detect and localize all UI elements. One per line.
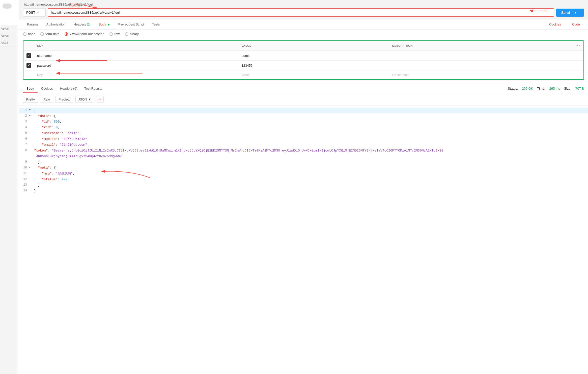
value-password[interactable]: 123456 [239,61,389,70]
body-dot [108,24,109,26]
value-placeholder[interactable]: Value [239,70,389,80]
desc-placeholder[interactable]: Description [389,70,573,80]
col-more-header: ··· [573,41,583,51]
send-dropdown-icon[interactable]: ▼ [572,11,577,14]
format-label: JSON [78,97,87,101]
method-label: POST [26,11,35,14]
actions-username [573,51,583,61]
status-value: 200 OK [522,87,533,90]
resp-tab-cookies[interactable]: Cookies [38,84,57,93]
json-line-9: 9 }, [19,159,588,165]
json-line-13: 13 } [19,182,588,188]
json-line-14: 14 } [19,188,588,194]
request-row: api POST ▼ Send ▼ [23,8,584,19]
more-dots-icon[interactable]: ··· [576,43,580,48]
json-line-10: 10 ▼ "meta": { [19,165,588,171]
json-line-11: 11 "msg": "登录成功", [19,171,588,177]
method-dropdown-icon: ▼ [37,11,39,14]
url-display: http://timemeetyou.com:8889/api/private/… [23,3,584,6]
col-checkbox-header [23,41,34,51]
view-btn-preview[interactable]: Preview [55,96,73,103]
radio-urlencoded-circle [65,32,68,36]
status-row: Status: 200 OK Time: 265 ms Size: 707 B [508,87,588,90]
resp-tab-test-results[interactable]: Test Results [81,84,106,93]
desc-username[interactable] [389,51,573,61]
tab-body[interactable]: Body [95,19,114,29]
json-line-6: 6 "mobile": "13552061213", [19,136,588,142]
json-viewer: 1 ▼ { 2 ▼ "data": { 3 "id": 500, 4 "r [19,106,588,196]
url-input[interactable] [48,8,554,17]
desc-password[interactable] [389,61,573,70]
actions-password [573,61,583,70]
table-row-placeholder: Key Value Description [23,70,583,80]
size-value: 707 B [575,87,584,90]
checkbox-username[interactable] [23,51,34,61]
tab-prerequest[interactable]: Pre-request Script [114,19,148,29]
view-btn-raw[interactable]: Raw [40,96,53,103]
value-username[interactable]: admin [239,51,389,61]
json-line-5: 5 "username": "admin", [19,131,588,136]
status-label: Status: [508,87,518,90]
wrap-button[interactable]: ⇒ [96,96,104,103]
send-button-label: Send [561,11,570,15]
format-dropdown-icon: ▼ [88,97,91,101]
response-controls: Pretty Raw Preview JSON ▼ ⇒ [19,93,588,106]
tab-tests[interactable]: Tests [148,19,164,29]
tab-code[interactable]: Code [568,19,584,29]
col-value-header: VALUE [239,41,389,51]
svg-line-0 [83,5,97,8]
left-nav-item-1[interactable]: /api/pri [0,25,18,32]
tab-authorization[interactable]: Authorization [42,19,70,29]
checkbox-password-icon [26,63,31,68]
json-line-12: 12 "status": 200 [19,177,588,183]
checkbox-placeholder [23,70,34,80]
headers-badge: (1) [87,23,91,26]
tab-cookies[interactable]: Cookies [545,19,565,29]
radio-form-data-circle [40,32,44,36]
table-row-password: password 123456 [23,61,583,70]
method-select[interactable]: POST ▼ [23,8,46,17]
left-nav-item-3[interactable]: /e/v1/l [0,39,18,46]
json-line-7: 7 "email": "21421@qq.com", [19,142,588,148]
json-line-2: 2 ▼ "data": { [19,113,588,119]
checkbox-username-icon [26,53,31,58]
col-desc-header: DESCRIPTION [389,41,573,51]
annotation-gongong: 公共接口 [68,3,82,7]
key-placeholder[interactable]: Key [34,70,239,80]
size-label: Size: [564,87,571,90]
json-line-3: 3 "id": 500, [19,119,588,125]
annotation-gongong-arrow [83,1,99,9]
json-line-8b: .JbRSnnIJxjbyqmojDmAAeBgVY54DQ4ZfDZhZ59d… [19,154,588,159]
key-username[interactable]: username [34,51,239,61]
json-line-8: 8 "token": "Bearer eyJhbGciOiJIUzI1NiIsI… [19,148,588,154]
json-line-4: 4 "rid": 0, [19,125,588,131]
key-password[interactable]: password [34,61,239,70]
radio-raw[interactable]: raw [109,32,120,36]
tab-headers[interactable]: Headers (1) [70,19,95,29]
left-nav: /api/pri /api/pri /e/v1/l [0,25,18,374]
col-key-header: KEY [34,41,239,51]
form-table-container: KEY VALUE DESCRIPTION ··· [23,40,584,80]
toggle-switch[interactable] [3,4,12,9]
url-bar-section: http://timemeetyou.com:8889/api/private/… [19,0,588,19]
format-select[interactable]: JSON ▼ [75,96,94,103]
send-button[interactable]: Send ▼ [556,9,584,17]
radio-form-data[interactable]: form-data [40,32,60,36]
tab-right-section: Cookies Code [545,19,584,29]
request-tabs: Params Authorization Headers (1) Body Pr… [19,19,588,30]
left-nav-item-2[interactable]: /api/pri [0,32,18,39]
view-btn-pretty[interactable]: Pretty [23,96,38,103]
radio-none[interactable]: none [23,32,35,36]
table-row-username: username admin [23,51,583,61]
form-table: KEY VALUE DESCRIPTION ··· [23,41,583,79]
response-tabs: Body Cookies Headers (9) Test Results [19,84,508,93]
radio-urlencoded[interactable]: x-www-form-urlencoded [65,32,104,36]
form-table-wrapper: KEY VALUE DESCRIPTION ··· [19,40,588,80]
actions-placeholder [573,70,583,80]
resp-tab-body[interactable]: Body [23,84,38,93]
body-type-row: none form-data x-www-form-urlencoded raw… [19,30,588,38]
radio-binary[interactable]: binary [125,32,139,36]
tab-params[interactable]: Params [23,19,42,29]
resp-tab-headers[interactable]: Headers (9) [57,84,81,93]
checkbox-password[interactable] [23,61,34,70]
